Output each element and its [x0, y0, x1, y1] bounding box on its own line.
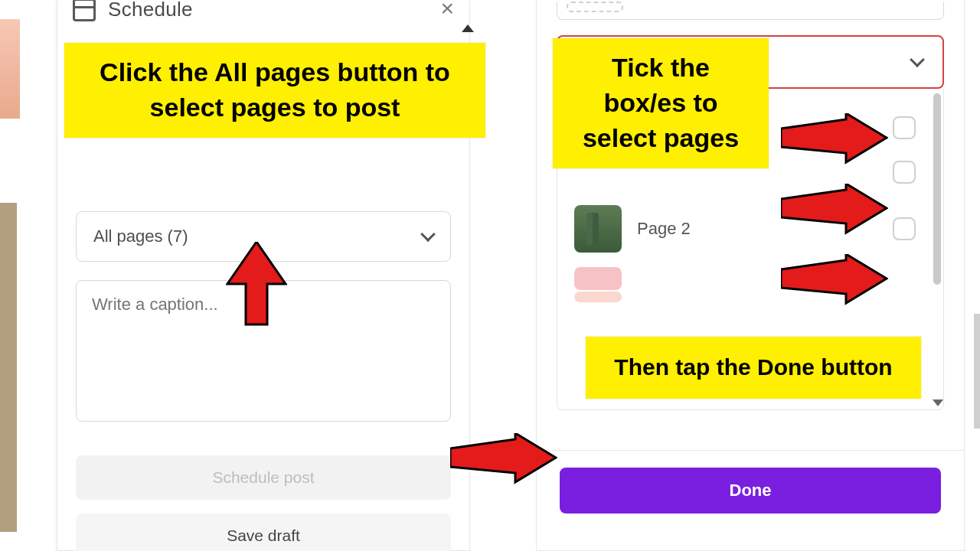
done-button[interactable]: Done: [560, 468, 941, 514]
schedule-post-button: Schedule post: [76, 455, 451, 500]
annotation-callout: Tick the box/es to select pages: [553, 38, 769, 168]
list-item[interactable]: Page 2: [557, 194, 933, 263]
dropdown-label: All pages (7): [93, 227, 188, 246]
scrollbar-thumb[interactable]: [933, 93, 941, 285]
panel-footer: Done: [537, 450, 964, 514]
page-thumbnail: [574, 292, 622, 302]
page-checkbox[interactable]: [893, 161, 916, 184]
calendar-icon: [73, 0, 96, 21]
scroll-down-arrow-icon[interactable]: [933, 399, 943, 406]
bg-image-hint: [0, 19, 20, 119]
page-thumbnail: [574, 267, 622, 290]
scroll-up-arrow-icon[interactable]: [462, 24, 474, 32]
page-checkbox[interactable]: [893, 116, 916, 139]
panel-header: Schedule ×: [57, 0, 469, 28]
page-label: Page 2: [637, 219, 877, 239]
page-checkbox[interactable]: [893, 217, 916, 240]
save-draft-button[interactable]: Save draft: [76, 514, 451, 551]
collapsed-field[interactable]: [557, 2, 944, 20]
page-thumbnail: [574, 205, 622, 253]
list-item[interactable]: [557, 289, 933, 305]
chevron-down-icon: [910, 52, 925, 67]
bg-image-hint: [974, 314, 980, 429]
panel-title: Schedule: [108, 0, 193, 21]
annotation-callout: Then tap the Done button: [586, 337, 921, 399]
annotation-callout: Click the All pages button to select pag…: [64, 43, 485, 138]
close-icon[interactable]: ×: [440, 2, 454, 15]
list-item[interactable]: [557, 263, 933, 289]
all-pages-dropdown[interactable]: All pages (7): [76, 211, 451, 262]
bg-image-hint: [0, 203, 17, 532]
caption-input[interactable]: [76, 280, 451, 422]
chevron-down-icon: [420, 227, 436, 242]
